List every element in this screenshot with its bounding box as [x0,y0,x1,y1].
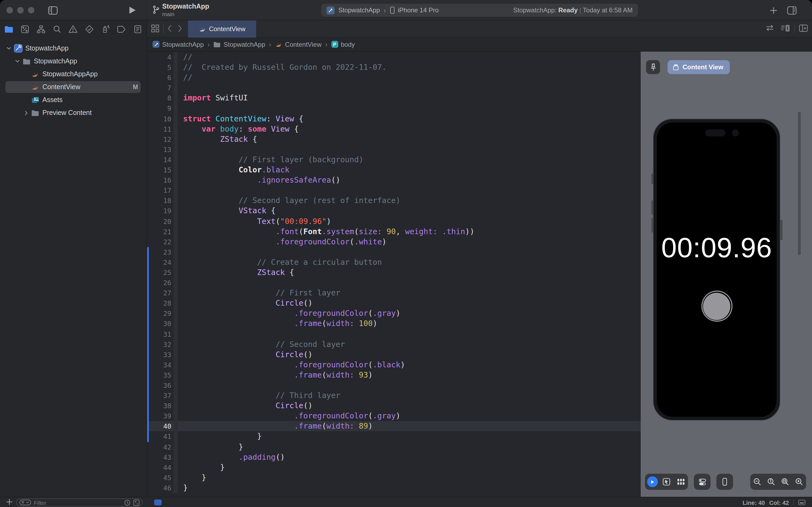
scheme-name[interactable]: StopwatchApp [338,6,380,14]
breadcrumb-file[interactable]: ContentView [275,41,322,48]
editor-mode-badge[interactable] [154,500,162,505]
breakpoints-icon[interactable] [117,24,126,34]
canvas-scrollbar[interactable] [798,112,801,255]
code-line-23[interactable]: 23 [147,247,641,257]
breadcrumb-symbol[interactable]: P body [331,41,355,48]
code-line-46[interactable]: 46} [147,483,641,493]
code-line-8[interactable]: 8import SwiftUI [147,93,641,103]
code-line-12[interactable]: 12 ZStack { [147,134,641,145]
code-line-5[interactable]: 5// Created by Russell Gordon on 2022-11… [147,62,641,72]
code-line-31[interactable]: 31 [147,329,641,339]
code-line-9[interactable]: 9 [147,103,641,114]
minimize-window-button[interactable] [17,7,23,13]
stopwatch-circle-button[interactable] [701,291,732,322]
tree-item-stopwatchappapp[interactable]: StopwatchAppApp [0,68,147,80]
code-line-6[interactable]: 6// [147,72,641,83]
code-review-icon[interactable] [765,24,774,32]
preview-on-device-icon[interactable] [718,475,732,489]
code-line-42[interactable]: 42 } [147,442,641,452]
code-line-36[interactable]: 36 [147,380,641,390]
code-line-25[interactable]: 25 ZStack { [147,268,641,278]
zoom-in-icon[interactable] [792,475,806,489]
symbols-icon[interactable] [36,24,46,34]
add-editor-icon[interactable] [799,24,808,32]
device-settings-icon[interactable] [695,475,709,489]
code-line-10[interactable]: 10struct ContentView: View { [147,114,641,124]
code-line-44[interactable]: 44 } [147,462,641,472]
code-line-18[interactable]: 18 // Second layer (rest of interface) [147,196,641,206]
code-line-45[interactable]: 45 } [147,472,641,483]
code-line-38[interactable]: 38 Circle() [147,401,641,411]
toggle-inspector-icon[interactable] [785,4,799,17]
code-line-30[interactable]: 30 .frame(width: 100) [147,319,641,329]
go-back-icon[interactable] [167,24,172,33]
tab-contentview[interactable]: ContentView [188,20,256,38]
library-add-button[interactable] [766,4,780,17]
close-window-button[interactable] [6,7,13,13]
code-line-16[interactable]: 16 .ignoresSafeArea() [147,175,641,185]
adjust-editor-options-icon[interactable] [780,24,790,32]
find-navigator-icon[interactable] [52,24,62,34]
code-line-13[interactable]: 13 [147,145,641,155]
iphone-screen[interactable]: 00:09.96 [657,122,776,417]
code-line-39[interactable]: 39 .foregroundColor(.gray) [147,411,641,421]
code-line-17[interactable]: 17 [147,185,641,195]
zoom-to-fit-icon[interactable] [778,475,792,489]
variants-icon[interactable] [674,475,688,489]
zoom-window-button[interactable] [28,7,35,13]
source-control-icon[interactable] [20,24,30,34]
tree-item-contentview[interactable]: ContentViewM [0,80,147,94]
disclosure-open-icon[interactable] [14,58,21,65]
iphone-preview-device[interactable]: 00:09.96 [653,119,780,420]
tree-item-stopwatchapp[interactable]: StopwatchApp [0,55,147,68]
code-line-14[interactable]: 14 // First layer (background) [147,155,641,165]
tests-icon[interactable] [84,24,94,34]
code-line-7[interactable]: 7 [147,83,641,93]
code-line-43[interactable]: 43 .padding() [147,452,641,462]
code-line-37[interactable]: 37 // Third layer [147,390,641,401]
zoom-actual-size-icon[interactable] [764,475,778,489]
reports-icon[interactable] [133,24,142,34]
toggle-navigator-icon[interactable] [46,4,60,17]
filter-input[interactable] [34,499,121,506]
code-line-21[interactable]: 21 .font(Font.system(size: 90, weight: .… [147,226,641,237]
code-line-28[interactable]: 28 Circle() [147,298,641,308]
tree-item-stopwatchapp[interactable]: StopwatchApp [0,42,147,55]
breadcrumb-group[interactable]: StopwatchApp [214,41,265,48]
code-line-29[interactable]: 29 .foregroundColor(.gray) [147,308,641,319]
filter-field[interactable] [16,498,143,506]
related-items-icon[interactable] [151,24,160,33]
tree-item-preview-content[interactable]: Preview Content [0,106,147,119]
preview-name-pill[interactable]: Content View [668,60,730,74]
recent-files-clock-icon[interactable] [124,499,130,506]
code-line-35[interactable]: 35 .frame(width: 93) [147,370,641,380]
code-line-26[interactable]: 26 [147,278,641,288]
code-editor[interactable]: 4//5// Created by Russell Gordon on 2022… [147,52,641,497]
code-line-22[interactable]: 22 .foregroundColor(.white) [147,237,641,247]
selectable-preview-icon[interactable] [659,475,674,489]
code-line-4[interactable]: 4// [147,52,641,62]
tree-item-assets[interactable]: Assets [0,94,147,106]
code-line-15[interactable]: 15 Color.black [147,165,641,175]
issues-icon[interactable] [68,24,78,34]
live-preview-icon[interactable] [645,475,659,489]
code-line-27[interactable]: 27 // First layer [147,288,641,298]
project-navigator-icon[interactable] [4,24,13,34]
code-line-40[interactable]: 40 .frame(width: 89) [147,421,641,432]
code-line-19[interactable]: 19 VStack { [147,206,641,216]
code-line-41[interactable]: 41 } [147,432,641,442]
go-forward-icon[interactable] [177,24,183,33]
source-control-filter-icon[interactable] [133,499,139,506]
pin-preview-icon[interactable] [646,60,660,74]
code-line-34[interactable]: 34 .foregroundColor(.black) [147,360,641,370]
code-line-32[interactable]: 32 // Second layer [147,339,641,349]
disclosure-open-icon[interactable] [5,45,12,52]
zoom-out-icon[interactable] [750,475,764,489]
disclosure-closed-icon[interactable] [22,109,30,116]
debug-icon[interactable] [101,24,110,34]
editor-legend-icon[interactable] [798,500,806,505]
run-button[interactable] [125,4,139,17]
code-line-24[interactable]: 24 // Create a circular button [147,257,641,268]
code-line-11[interactable]: 11 var body: some View { [147,124,641,134]
add-file-button[interactable] [6,498,13,505]
